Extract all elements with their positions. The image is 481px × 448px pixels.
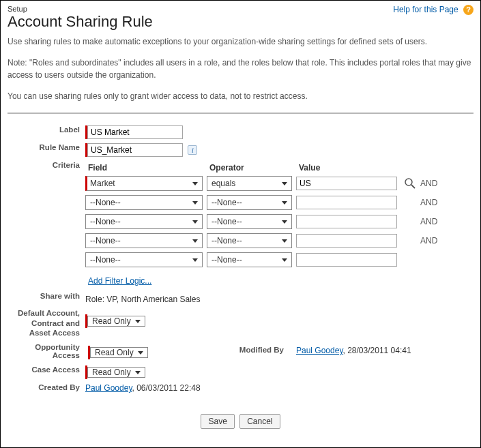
criteria-and-2: AND [420, 193, 441, 212]
criteria-and-4: AND [420, 231, 441, 250]
criteria-value-input-4[interactable] [296, 234, 397, 248]
case-access-label: Case Access [8, 363, 83, 381]
help-for-page[interactable]: Help for this Page ? [393, 5, 473, 15]
label-label: Label [8, 123, 83, 141]
lookup-icon[interactable] [404, 177, 416, 190]
cancel-button[interactable]: Cancel [239, 414, 280, 429]
criteria-and-1: AND [420, 174, 441, 193]
criteria-value-input-5[interactable] [296, 253, 397, 267]
help-link[interactable]: Help for this Page [393, 5, 458, 14]
save-button[interactable]: Save [201, 414, 234, 429]
criteria-operator-select-2[interactable]: --None-- [207, 195, 292, 210]
label-input[interactable] [87, 125, 183, 139]
criteria-field-select-5[interactable]: --None-- [85, 252, 203, 267]
criteria-operator-select-1[interactable]: equals [207, 176, 292, 191]
criteria-field-select-2[interactable]: --None-- [85, 195, 203, 210]
svg-point-0 [405, 179, 412, 185]
criteria-header-value: Value [296, 161, 401, 174]
criteria-operator-select-4[interactable]: --None-- [207, 233, 292, 248]
criteria-value-input-1[interactable] [296, 177, 397, 190]
opportunity-access-select[interactable]: Read Only [90, 347, 148, 358]
page-title: Account Sharing Rule [8, 13, 473, 31]
criteria-header-operator: Operator [207, 161, 296, 174]
criteria-field-select-1[interactable]: Market [85, 176, 203, 191]
share-with-value: Role: VP, North American Sales [85, 292, 201, 304]
default-access-label: Default Account, Contract and Asset Acce… [8, 306, 83, 341]
criteria-and-3: AND [420, 212, 441, 231]
intro-p2: Note: "Roles and subordinates" includes … [8, 57, 473, 81]
created-by-label: Created By [8, 381, 83, 395]
intro-p3: You can use sharing rules only to grant … [8, 91, 473, 102]
criteria-value-input-2[interactable] [296, 196, 397, 209]
divider [8, 113, 473, 114]
intro-p1: Use sharing rules to make automatic exce… [8, 36, 473, 48]
opportunity-access-label: Opportunity Access [8, 340, 83, 363]
rule-name-label: Rule Name [8, 141, 83, 159]
created-by-user-link[interactable]: Paul Goodey [85, 383, 132, 393]
info-icon[interactable]: i [188, 145, 197, 155]
share-with-label: Share with [8, 290, 83, 306]
created-by-ts: , 06/03/2011 22:48 [132, 383, 201, 393]
criteria-header-field: Field [85, 161, 207, 174]
criteria-field-select-4[interactable]: --None-- [85, 233, 203, 248]
criteria-operator-select-3[interactable]: --None-- [207, 214, 292, 229]
criteria-field-select-3[interactable]: --None-- [85, 214, 203, 229]
criteria-label: Criteria [8, 159, 83, 290]
modified-by-label: Modified By [222, 343, 287, 361]
criteria-value-input-3[interactable] [296, 215, 397, 228]
default-access-select[interactable]: Read Only [87, 316, 145, 327]
svg-line-1 [411, 185, 415, 188]
add-filter-logic-link[interactable]: Add Filter Logic... [88, 276, 151, 286]
rule-name-input[interactable] [87, 143, 183, 157]
criteria-operator-select-5[interactable]: --None-- [207, 252, 292, 267]
modified-by-ts: , 28/03/2011 04:41 [343, 346, 411, 355]
modified-by-user-link[interactable]: Paul Goodey [296, 346, 343, 355]
case-access-select[interactable]: Read Only [87, 367, 145, 378]
help-icon[interactable]: ? [463, 5, 473, 15]
